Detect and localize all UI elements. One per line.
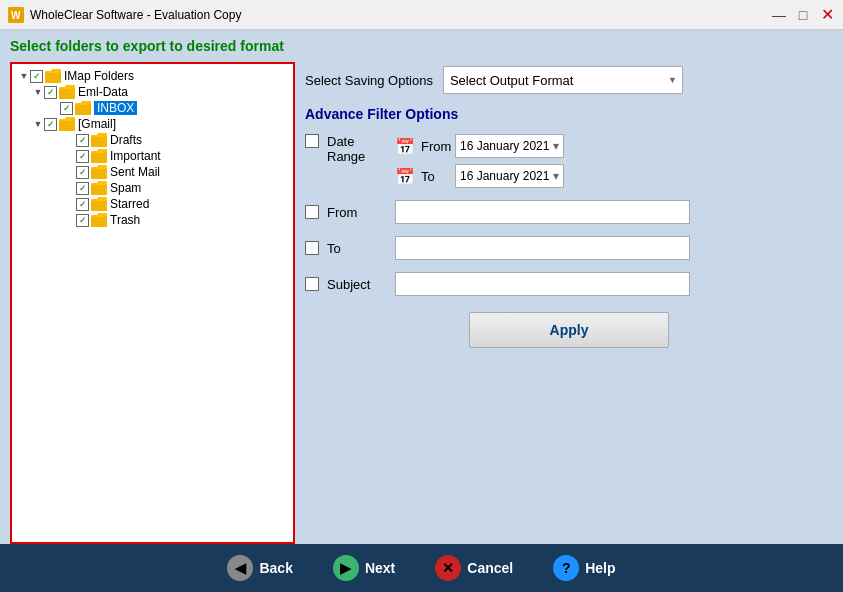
tree-item-sent[interactable]: Sent Mail <box>16 164 289 180</box>
cancel-button[interactable]: ✕ Cancel <box>423 551 525 585</box>
date-to-value: 16 January 2021 <box>460 169 549 183</box>
output-format-wrapper: Select Output Format PST PDF EML MSG MBO… <box>443 66 683 94</box>
checkbox-sent[interactable] <box>76 166 89 179</box>
folder-icon-drafts <box>91 133 107 147</box>
cancel-label: Cancel <box>467 560 513 576</box>
date-from-row: 📅 From 16 January 2021 ▾ <box>395 134 564 158</box>
folder-icon-inbox <box>75 101 91 115</box>
checkbox-imap[interactable] <box>30 70 43 83</box>
subject-row: Subject <box>305 272 833 296</box>
date-range-label: Date Range <box>327 134 387 164</box>
cancel-icon: ✕ <box>435 555 461 581</box>
checkbox-gmail[interactable] <box>44 118 57 131</box>
main-content: Select folders to export to desired form… <box>0 30 843 544</box>
title-bar: W WholeClear Software - Evaluation Copy … <box>0 0 843 30</box>
subject-checkbox[interactable] <box>305 277 319 291</box>
checkbox-trash[interactable] <box>76 214 89 227</box>
tree-label-eml: Eml-Data <box>78 85 128 99</box>
calendar-to-icon[interactable]: 📅 <box>395 167 415 186</box>
help-label: Help <box>585 560 615 576</box>
tree-item-trash[interactable]: Trash <box>16 212 289 228</box>
close-button[interactable]: ✕ <box>819 7 835 23</box>
checkbox-important[interactable] <box>76 150 89 163</box>
maximize-button[interactable]: □ <box>795 7 811 23</box>
checkbox-eml[interactable] <box>44 86 57 99</box>
tree-item-drafts[interactable]: Drafts <box>16 132 289 148</box>
tree-item-spam[interactable]: Spam <box>16 180 289 196</box>
checkbox-inbox[interactable] <box>60 102 73 115</box>
folder-icon-sent <box>91 165 107 179</box>
date-to-input[interactable]: 16 January 2021 ▾ <box>455 164 564 188</box>
from-label: From <box>327 205 387 220</box>
tree-item-inbox[interactable]: INBOX <box>16 100 289 116</box>
subject-label: Subject <box>327 277 387 292</box>
date-from-arrow[interactable]: ▾ <box>553 139 559 153</box>
from-input[interactable] <box>395 200 690 224</box>
saving-options-row: Select Saving Options Select Output Form… <box>305 62 833 94</box>
checkbox-starred[interactable] <box>76 198 89 211</box>
help-icon: ? <box>553 555 579 581</box>
expander-eml[interactable]: ▼ <box>32 86 44 98</box>
right-panel: Select Saving Options Select Output Form… <box>305 62 833 544</box>
tree-label-sent: Sent Mail <box>110 165 160 179</box>
apply-button[interactable]: Apply <box>469 312 669 348</box>
tree-item-gmail[interactable]: ▼ [Gmail] <box>16 116 289 132</box>
to-row: To <box>305 236 833 260</box>
tree-label-trash: Trash <box>110 213 140 227</box>
nav-bar: ◀ Back ▶ Next ✕ Cancel ? Help <box>0 544 843 592</box>
calendar-from-icon[interactable]: 📅 <box>395 137 415 156</box>
date-range-row: Date Range 📅 From 16 January 2021 ▾ <box>305 134 833 188</box>
from-row: From <box>305 200 833 224</box>
folder-icon-eml <box>59 85 75 99</box>
window-title: WholeClear Software - Evaluation Copy <box>30 8 771 22</box>
expander-imap[interactable]: ▼ <box>18 70 30 82</box>
checkbox-spam[interactable] <box>76 182 89 195</box>
folder-icon-starred <box>91 197 107 211</box>
date-from-label: From <box>421 139 449 154</box>
help-button[interactable]: ? Help <box>541 551 627 585</box>
filter-section: Advance Filter Options Date Range 📅 From… <box>305 106 833 348</box>
next-icon: ▶ <box>333 555 359 581</box>
output-format-select[interactable]: Select Output Format PST PDF EML MSG MBO… <box>443 66 683 94</box>
date-to-label: To <box>421 169 449 184</box>
page-title: Select folders to export to desired form… <box>10 38 833 54</box>
date-range-checkbox[interactable] <box>305 134 319 148</box>
back-button[interactable]: ◀ Back <box>215 551 304 585</box>
next-button[interactable]: ▶ Next <box>321 551 407 585</box>
date-to-row: 📅 To 16 January 2021 ▾ <box>395 164 564 188</box>
date-range-col: 📅 From 16 January 2021 ▾ 📅 To <box>395 134 564 188</box>
tree-item-starred[interactable]: Starred <box>16 196 289 212</box>
app-icon: W <box>8 7 24 23</box>
tree-label-starred: Starred <box>110 197 149 211</box>
folder-icon-imap <box>45 69 61 83</box>
tree-label-important: Important <box>110 149 161 163</box>
filter-title: Advance Filter Options <box>305 106 833 122</box>
saving-options-label: Select Saving Options <box>305 73 433 88</box>
tree-label-drafts: Drafts <box>110 133 142 147</box>
from-checkbox[interactable] <box>305 205 319 219</box>
date-to-arrow[interactable]: ▾ <box>553 169 559 183</box>
tree-label-inbox: INBOX <box>94 101 137 115</box>
to-checkbox[interactable] <box>305 241 319 255</box>
date-from-value: 16 January 2021 <box>460 139 549 153</box>
expander-gmail[interactable]: ▼ <box>32 118 44 130</box>
folder-icon-important <box>91 149 107 163</box>
checkbox-drafts[interactable] <box>76 134 89 147</box>
subject-input[interactable] <box>395 272 690 296</box>
folder-icon-trash <box>91 213 107 227</box>
minimize-button[interactable]: ― <box>771 7 787 23</box>
content-row: ▼ IMap Folders ▼ Eml-Data <box>10 62 833 544</box>
to-label: To <box>327 241 387 256</box>
folder-icon-gmail <box>59 117 75 131</box>
tree-item-imap[interactable]: ▼ IMap Folders <box>16 68 289 84</box>
folder-panel: ▼ IMap Folders ▼ Eml-Data <box>10 62 295 544</box>
tree-item-important[interactable]: Important <box>16 148 289 164</box>
svg-text:W: W <box>11 10 21 21</box>
tree-item-eml[interactable]: ▼ Eml-Data <box>16 84 289 100</box>
to-input[interactable] <box>395 236 690 260</box>
back-icon: ◀ <box>227 555 253 581</box>
next-label: Next <box>365 560 395 576</box>
date-from-input[interactable]: 16 January 2021 ▾ <box>455 134 564 158</box>
tree-label-gmail: [Gmail] <box>78 117 116 131</box>
tree-label-imap: IMap Folders <box>64 69 134 83</box>
